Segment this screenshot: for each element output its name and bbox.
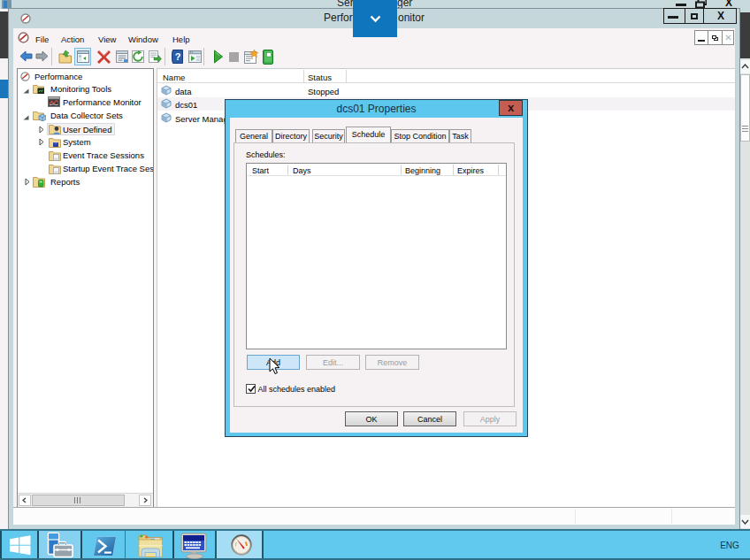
svg-text:?: ? [175,51,181,62]
